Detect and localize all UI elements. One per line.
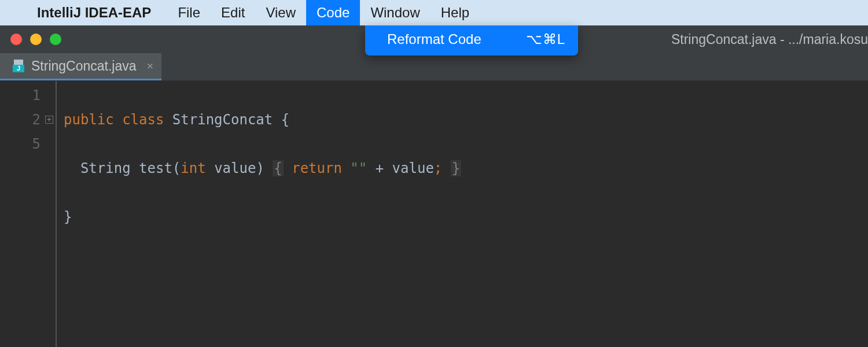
menu-item-label: Reformat Code	[387, 31, 481, 47]
token-type: String	[80, 160, 131, 176]
token-keyword: class	[122, 112, 164, 128]
token-param: value	[214, 160, 256, 176]
token-string: ""	[350, 160, 367, 176]
macos-menubar: IntelliJ IDEA-EAP File Edit View Code Wi…	[0, 0, 868, 25]
code-menu-dropdown: Reformat Code ⌥⌘L	[365, 25, 578, 56]
code-area[interactable]: public class StringConcat { String test(…	[57, 81, 461, 347]
menu-help[interactable]: Help	[431, 0, 480, 25]
menu-code[interactable]: Code	[306, 0, 360, 25]
menu-file[interactable]: File	[167, 0, 211, 25]
token-paren: )	[256, 160, 264, 176]
maximize-window-icon[interactable]	[50, 34, 61, 45]
menu-view[interactable]: View	[255, 0, 306, 25]
token-semicolon: ;	[434, 160, 442, 176]
menu-item-reformat-code[interactable]: Reformat Code ⌥⌘L	[365, 25, 578, 56]
tab-stringconcat[interactable]: StringConcat.java ×	[0, 53, 161, 80]
token-brace: {	[273, 160, 283, 176]
token-brace: }	[451, 160, 461, 176]
window-title: StringConcat.java - .../maria.kosu	[671, 32, 868, 47]
fold-expand-icon[interactable]: +	[45, 116, 53, 124]
menu-items: File Edit View Code Window Help	[167, 0, 480, 25]
token-keyword: int	[181, 160, 205, 176]
minimize-window-icon[interactable]	[30, 34, 42, 45]
code-line: String test(int value) { return "" + val…	[64, 156, 461, 180]
token-brace: }	[64, 209, 72, 225]
menu-window[interactable]: Window	[360, 0, 430, 25]
close-window-icon[interactable]	[10, 34, 22, 45]
line-number: 1	[0, 83, 41, 108]
line-number: 5	[0, 132, 41, 156]
token-keyword: public	[64, 112, 114, 128]
app-name[interactable]: IntelliJ IDEA-EAP	[37, 5, 151, 21]
line-number-text: 2	[32, 112, 41, 128]
editor-tabbar: StringConcat.java ×	[0, 53, 868, 81]
line-number: 2 +	[0, 108, 41, 132]
token-operator: +	[376, 160, 384, 176]
token-identifier: StringConcat	[172, 112, 273, 128]
token-method: test	[139, 160, 172, 176]
java-file-icon	[13, 60, 25, 72]
token-paren: (	[172, 160, 181, 176]
code-line: public class StringConcat {	[64, 108, 461, 132]
code-line: }	[64, 205, 461, 229]
close-tab-icon[interactable]: ×	[147, 60, 154, 73]
traffic-lights	[10, 34, 61, 45]
menu-item-shortcut: ⌥⌘L	[526, 31, 565, 47]
token-keyword: return	[292, 160, 342, 176]
token-brace: {	[281, 112, 289, 128]
tab-label: StringConcat.java	[31, 58, 137, 74]
menu-edit[interactable]: Edit	[211, 0, 255, 25]
code-editor[interactable]: 1 2 + 5 public class StringConcat { Stri…	[0, 81, 868, 347]
token-identifier: value	[392, 160, 434, 176]
line-gutter: 1 2 + 5	[0, 81, 57, 347]
